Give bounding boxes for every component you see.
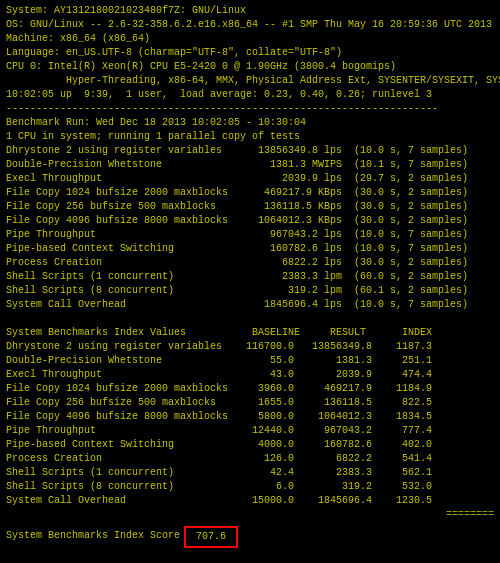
machine-info: Machine: x86_64 (x86_64) (6, 32, 494, 46)
result-row: File Copy 1024 bufsize 2000 maxblocks 46… (6, 186, 494, 200)
results-list: Dhrystone 2 using register variables 138… (6, 144, 494, 312)
index-row: Execl Throughput 43.0 2039.9 474.4 (6, 368, 494, 382)
result-row: System Call Overhead 1845696.4 lps (10.0… (6, 298, 494, 312)
score-value: 707.6 (196, 531, 226, 542)
result-row: Double-Precision Whetstone 1381.3 MWIPS … (6, 158, 494, 172)
language-info: Language: en_US.UTF-8 (charmap="UTF-8", … (6, 46, 494, 60)
index-row: Shell Scripts (8 concurrent) 6.0 319.2 5… (6, 480, 494, 494)
result-row: Process Creation 6822.2 lps (30.0 s, 2 s… (6, 256, 494, 270)
result-row: Dhrystone 2 using register variables 138… (6, 144, 494, 158)
index-table: System Benchmarks Index Values BASELINE … (6, 326, 494, 522)
score-label: System Benchmarks Index Score (6, 529, 180, 543)
index-row: File Copy 256 bufsize 500 maxblocks 1655… (6, 396, 494, 410)
uptime-info: 10:02:05 up 9:39, 1 user, load average: … (6, 88, 494, 102)
result-row: File Copy 4096 bufsize 8000 maxblocks 10… (6, 214, 494, 228)
terminal-window: System: AY1312180021023480f7Z: GNU/Linux… (6, 4, 494, 548)
index-row: System Call Overhead 15000.0 1845696.4 1… (6, 494, 494, 508)
system-info: System: AY1312180021023480f7Z: GNU/Linux (6, 4, 494, 18)
cpu-ext-info: Hyper-Threading, x86-64, MMX, Physical A… (6, 74, 494, 88)
index-row: Double-Precision Whetstone 55.0 1381.3 2… (6, 354, 494, 368)
index-row: Dhrystone 2 using register variables 116… (6, 340, 494, 354)
result-row: Pipe-based Context Switching 160782.6 lp… (6, 242, 494, 256)
index-table-header: System Benchmarks Index Values BASELINE … (6, 326, 494, 340)
result-row: Execl Throughput 2039.9 lps (29.7 s, 2 s… (6, 172, 494, 186)
index-row: File Copy 1024 bufsize 2000 maxblocks 39… (6, 382, 494, 396)
result-row: Shell Scripts (1 concurrent) 2383.3 lpm … (6, 270, 494, 284)
index-row: Shell Scripts (1 concurrent) 42.4 2383.3… (6, 466, 494, 480)
divider-top: ----------------------------------------… (6, 102, 494, 116)
result-row: Pipe Throughput 967043.2 lps (10.0 s, 7 … (6, 228, 494, 242)
result-row: File Copy 256 bufsize 500 maxblocks 1361… (6, 200, 494, 214)
index-row: Pipe-based Context Switching 4000.0 1607… (6, 438, 494, 452)
score-box: 707.6 (184, 526, 238, 548)
index-row: File Copy 4096 bufsize 8000 maxblocks 58… (6, 410, 494, 424)
index-row: Process Creation 126.0 6822.2 541.4 (6, 452, 494, 466)
os-info: OS: GNU/Linux -- 2.6-32-358.6.2.e16.x86_… (6, 18, 494, 32)
benchmark-header: Benchmark Run: Wed Dec 18 2013 10:02:05 … (6, 116, 494, 130)
score-divider: ======== (6, 508, 494, 522)
index-row: Pipe Throughput 12440.0 967043.2 777.4 (6, 424, 494, 438)
benchmark-subheader: 1 CPU in system; running 1 parallel copy… (6, 130, 494, 144)
cpu-info: CPU 0: Intel(R) Xeon(R) CPU E5-2420 0 @ … (6, 60, 494, 74)
score-line: System Benchmarks Index Score 707.6 (6, 524, 494, 548)
result-row: Shell Scripts (8 concurrent) 319.2 lpm (… (6, 284, 494, 298)
blank-line (6, 312, 494, 326)
